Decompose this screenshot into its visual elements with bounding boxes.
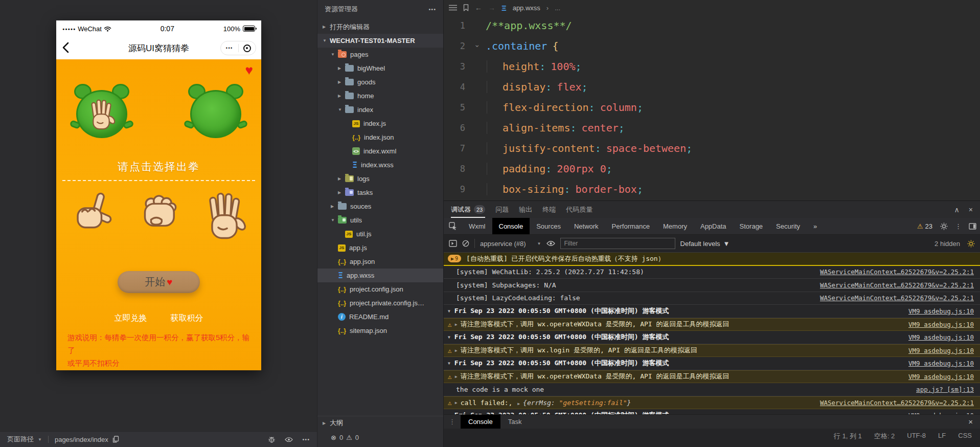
kebab-menu-icon[interactable]: ⋮ <box>951 218 965 234</box>
tree-item-project-config[interactable]: {..} project.config.json <box>317 282 443 296</box>
bottom-tab-task[interactable]: Task <box>500 415 530 429</box>
problems-summary[interactable]: ⊗ 0 ⚠ 0 <box>317 430 443 445</box>
kebab-menu-icon[interactable]: ⋮ <box>444 415 461 429</box>
nav-forward-icon[interactable]: → <box>488 4 495 12</box>
code-editor[interactable]: 1 /**app.wxss**/ 2 › .container{ 3 heigh… <box>444 15 980 200</box>
console-row-hotreload[interactable]: ▶9 [自动热重载] 已开启代码文件保存后自动热重载（不支持 json） <box>444 253 980 266</box>
bottom-tab-console[interactable]: Console <box>461 415 500 429</box>
minimize-target-icon[interactable] <box>239 44 256 52</box>
clear-console-icon[interactable] <box>462 240 469 247</box>
chevron-right-icon[interactable]: ▶ <box>455 348 458 353</box>
language-label[interactable]: CSS <box>958 432 972 439</box>
console-row-log[interactable]: the code is a mock one app.js? [sm]:13 <box>444 383 980 396</box>
tab-terminal[interactable]: 终端 <box>542 201 556 218</box>
execution-context-select[interactable]: appservice (#8) ▼ <box>480 240 541 248</box>
tree-item-readme[interactable]: i README.md <box>317 310 443 324</box>
chevron-right-icon[interactable]: ▶ <box>455 400 458 405</box>
tree-item-pages[interactable]: ▼ pages <box>317 48 443 61</box>
devtab-memory[interactable]: Memory <box>656 218 694 234</box>
tree-item-utils[interactable]: ▼ utils <box>317 213 443 227</box>
settings-gear-icon[interactable] <box>937 218 951 234</box>
chevron-right-icon[interactable]: ▶ <box>455 374 458 379</box>
devtab-security[interactable]: Security <box>769 218 807 234</box>
nav-back-icon[interactable]: ← <box>475 4 482 12</box>
eol-label[interactable]: LF <box>938 432 946 439</box>
console-row-group[interactable]: ▼ Fri Sep 23 2022 00:05:50 GMT+0800 (中国标… <box>444 305 980 318</box>
console-row-warning[interactable]: ⚠ ▶ 请注意游客模式下，调用 wx.login 是受限的, API 的返回是工… <box>444 344 980 357</box>
source-link[interactable]: WAServiceMainContext…62522679&v=2.25.2:1 <box>820 294 974 302</box>
tree-item-bigWheel[interactable]: ▶ bigWheel <box>317 61 443 75</box>
tree-item-home[interactable]: ▶ home <box>317 89 443 103</box>
tree-item-souces[interactable]: ▶ souces <box>317 199 443 213</box>
tree-item-index-json[interactable]: {..} index.json <box>317 130 443 144</box>
tree-item-tasks[interactable]: ▶ tasks <box>317 186 443 199</box>
breadcrumb-filename[interactable]: app.wxss <box>513 4 540 12</box>
paper-hand-icon[interactable] <box>202 192 246 241</box>
log-levels-select[interactable]: Default levels ▼ <box>680 240 730 248</box>
chevron-down-icon[interactable]: ▼ <box>448 309 450 314</box>
tab-problems[interactable]: 问题 <box>495 201 509 218</box>
source-link[interactable]: WAServiceMainContext…62522679&v=2.25.2:1 <box>820 281 974 289</box>
source-link[interactable]: app.js? [sm]:13 <box>916 386 974 393</box>
tree-item-sitemap[interactable]: {..} sitemap.json <box>317 324 443 338</box>
tree-item-app-wxss[interactable]: Ξ app.wxss <box>317 269 443 282</box>
fold-chevron-icon[interactable]: › <box>475 42 486 50</box>
source-link[interactable]: VM9 asdebug.js:10 <box>908 373 974 381</box>
chevron-down-icon[interactable]: ▼ <box>448 335 450 340</box>
chevron-right-icon[interactable]: ▶ <box>455 322 458 327</box>
source-link[interactable]: VM9 asdebug.js:10 <box>908 307 974 315</box>
console-row-warning-object[interactable]: ⚠ ▶ call failed:, ▶{errMsg: "getSetting:… <box>444 396 980 410</box>
close-icon[interactable]: × <box>961 415 980 429</box>
tree-item-app-js[interactable]: JS app.js <box>317 241 443 255</box>
tree-item-index-folder[interactable]: ▼ index <box>317 103 443 117</box>
console-filter-input[interactable] <box>560 238 675 249</box>
get-points-link[interactable]: 获取积分 <box>171 313 203 324</box>
console-message-list[interactable]: ▶9 [自动热重载] 已开启代码文件保存后自动热重载（不支持 json） [sy… <box>444 253 980 415</box>
tree-item-index-wxml[interactable]: <> index.wxml <box>317 144 443 158</box>
chevron-down-icon[interactable]: ▼ <box>448 361 450 366</box>
indentation-label[interactable]: 空格: 2 <box>874 432 895 441</box>
more-dots-icon[interactable]: ••• <box>221 46 238 51</box>
tree-item-app-json[interactable]: {..} app.json <box>317 255 443 269</box>
logged-object[interactable]: {errMsg: "getSetting:fail"} <box>523 399 631 407</box>
devtab-console[interactable]: Console <box>492 218 530 234</box>
console-row-group[interactable]: ▼ Fri Sep 23 2022 00:05:50 GMT+0800 (中国标… <box>444 357 980 370</box>
devtab-performance[interactable]: Performance <box>605 218 656 234</box>
copy-icon[interactable] <box>112 436 119 443</box>
collapse-icon[interactable]: ∧ <box>954 206 960 214</box>
console-row-log[interactable]: [system] Subpackages: N/A WAServiceMainC… <box>444 279 980 292</box>
exchange-link[interactable]: 立即兑换 <box>115 313 147 324</box>
console-row-log[interactable]: [system] LazyCodeLoading: false WAServic… <box>444 292 980 305</box>
devtab-appdata[interactable]: AppData <box>694 218 733 234</box>
tree-item-project-private-config[interactable]: {..} project.private.config.js… <box>317 296 443 310</box>
eye-icon[interactable] <box>285 437 293 442</box>
console-sidebar-toggle-icon[interactable] <box>449 240 457 247</box>
outline-section[interactable]: ▶ 大纲 <box>317 416 443 430</box>
live-expression-eye-icon[interactable] <box>546 240 555 247</box>
devtab-wxml[interactable]: Wxml <box>462 218 492 234</box>
tree-section-open-editors[interactable]: ▶ 打开的编辑器 <box>317 20 443 34</box>
source-link[interactable]: VM9 asdebug.js:10 <box>908 333 974 341</box>
tab-output[interactable]: 输出 <box>519 201 532 218</box>
console-row-warning[interactable]: ⚠ ▶ 请注意游客模式下，调用 wx.operateWXData 是受限的, A… <box>444 370 980 384</box>
tree-item-logs[interactable]: ▶ logs <box>317 172 443 186</box>
close-icon[interactable]: × <box>969 206 973 214</box>
tab-code-quality[interactable]: 代码质量 <box>566 201 592 218</box>
encoding-label[interactable]: UTF-8 <box>907 432 926 439</box>
tree-item-index-js[interactable]: JS index.js <box>317 117 443 130</box>
chevron-right-icon[interactable]: ▶ <box>517 401 520 406</box>
page-path-label[interactable]: 页面路径 <box>7 435 34 444</box>
source-link[interactable]: WAServiceMainContext…62522679&v=2.25.2:1 <box>820 399 974 407</box>
cursor-position-label[interactable]: 行 1, 列 1 <box>834 432 862 441</box>
rock-hand-icon[interactable] <box>137 192 181 241</box>
devtab-storage[interactable]: Storage <box>733 218 770 234</box>
back-chevron-icon[interactable] <box>62 42 69 53</box>
scissors-hand-icon[interactable] <box>72 192 116 241</box>
source-link[interactable]: VM9 asdebug.js:10 <box>908 360 974 367</box>
tab-debugger[interactable]: 调试器 23 <box>451 201 485 218</box>
tree-item-util-js[interactable]: JS util.js <box>317 227 443 241</box>
hidden-messages-label[interactable]: 2 hidden <box>935 240 960 248</box>
console-row-warning[interactable]: ⚠ ▶ 请注意游客模式下，调用 wx.operateWXData 是受限的, A… <box>444 318 980 331</box>
console-warning-counter[interactable]: ⚠ 23 <box>913 218 937 234</box>
bookmark-icon[interactable] <box>463 4 469 11</box>
